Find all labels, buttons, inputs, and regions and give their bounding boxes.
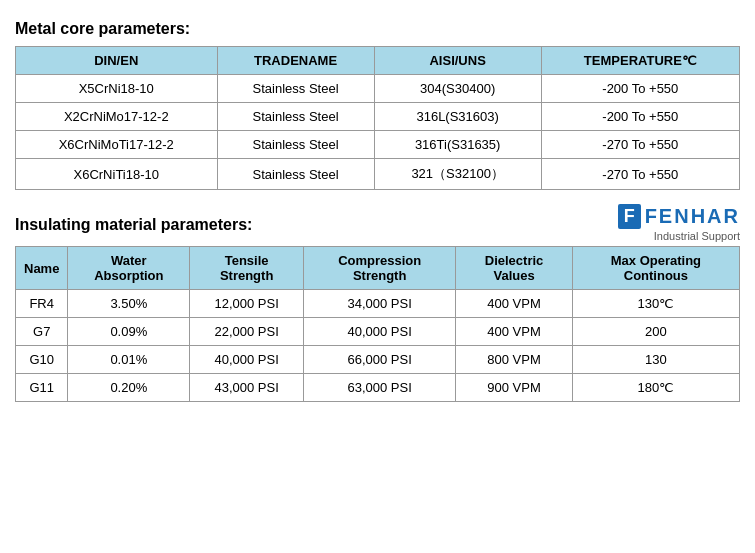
table-cell: 316Ti(S31635): [374, 131, 541, 159]
table-cell: 180℃: [572, 374, 739, 402]
logo-area: F FENHAR Industrial Support: [618, 204, 740, 242]
table-cell: 40,000 PSI: [190, 346, 304, 374]
table-cell: 400 VPM: [456, 318, 573, 346]
table-cell: 304(S30400): [374, 75, 541, 103]
metal-header-3: TEMPERATURE℃: [541, 47, 739, 75]
insulating-section-title: Insulating material parameters:: [15, 216, 252, 234]
table-cell: G11: [16, 374, 68, 402]
table-cell: 66,000 PSI: [304, 346, 456, 374]
table-cell: X6CrNiMoTi17-12-2: [16, 131, 218, 159]
table-cell: 321（S32100）: [374, 159, 541, 190]
logo-brand-name: FENHAR: [645, 205, 740, 228]
insulating-header-cell: Compression Strength: [304, 247, 456, 290]
table-row: X5CrNi18-10Stainless Steel304(S30400)-20…: [16, 75, 740, 103]
table-cell: Stainless Steel: [217, 131, 374, 159]
logo-subtitle: Industrial Support: [654, 230, 740, 242]
insulating-header-cell: Name: [16, 247, 68, 290]
table-cell: FR4: [16, 290, 68, 318]
table-row: X6CrNiMoTi17-12-2Stainless Steel316Ti(S3…: [16, 131, 740, 159]
metal-section-title: Metal core parameters:: [15, 20, 740, 38]
table-cell: Stainless Steel: [217, 159, 374, 190]
table-row: X6CrNiTi18-10Stainless Steel321（S32100）-…: [16, 159, 740, 190]
metal-header-1: TRADENAME: [217, 47, 374, 75]
metal-table: DIN/EN TRADENAME AISI/UNS TEMPERATURE℃ X…: [15, 46, 740, 190]
insulating-section: Insulating material parameters: F FENHAR…: [15, 204, 740, 402]
table-cell: X6CrNiTi18-10: [16, 159, 218, 190]
table-cell: -200 To +550: [541, 75, 739, 103]
table-cell: Stainless Steel: [217, 103, 374, 131]
table-cell: 0.01%: [68, 346, 190, 374]
table-row: FR43.50%12,000 PSI34,000 PSI400 VPM130℃: [16, 290, 740, 318]
table-cell: 130: [572, 346, 739, 374]
insulating-header-cell: Max Operating Continous: [572, 247, 739, 290]
table-cell: 316L(S31603): [374, 103, 541, 131]
insulating-table: NameWater AbsorptionTensile StrengthComp…: [15, 246, 740, 402]
table-cell: 43,000 PSI: [190, 374, 304, 402]
metal-header-0: DIN/EN: [16, 47, 218, 75]
metal-header-2: AISI/UNS: [374, 47, 541, 75]
table-row: G100.01%40,000 PSI66,000 PSI800 VPM130: [16, 346, 740, 374]
metal-section: Metal core parameters: DIN/EN TRADENAME …: [15, 20, 740, 190]
table-cell: 34,000 PSI: [304, 290, 456, 318]
table-cell: X5CrNi18-10: [16, 75, 218, 103]
table-cell: 800 VPM: [456, 346, 573, 374]
table-cell: 200: [572, 318, 739, 346]
table-row: G110.20%43,000 PSI63,000 PSI900 VPM180℃: [16, 374, 740, 402]
table-cell: -270 To +550: [541, 159, 739, 190]
table-cell: 900 VPM: [456, 374, 573, 402]
table-cell: 22,000 PSI: [190, 318, 304, 346]
table-cell: 3.50%: [68, 290, 190, 318]
table-cell: -200 To +550: [541, 103, 739, 131]
table-cell: X2CrNiMo17-12-2: [16, 103, 218, 131]
table-row: G70.09%22,000 PSI40,000 PSI400 VPM200: [16, 318, 740, 346]
table-cell: 130℃: [572, 290, 739, 318]
table-cell: Stainless Steel: [217, 75, 374, 103]
table-cell: 12,000 PSI: [190, 290, 304, 318]
table-cell: 0.20%: [68, 374, 190, 402]
insulating-header-cell: Tensile Strength: [190, 247, 304, 290]
table-cell: G10: [16, 346, 68, 374]
table-cell: 400 VPM: [456, 290, 573, 318]
table-cell: -270 To +550: [541, 131, 739, 159]
table-cell: 40,000 PSI: [304, 318, 456, 346]
insulating-header-cell: Dielectric Values: [456, 247, 573, 290]
table-cell: G7: [16, 318, 68, 346]
table-cell: 0.09%: [68, 318, 190, 346]
insulating-header-cell: Water Absorption: [68, 247, 190, 290]
table-cell: 63,000 PSI: [304, 374, 456, 402]
table-row: X2CrNiMo17-12-2Stainless Steel316L(S3160…: [16, 103, 740, 131]
logo-f-letter: F: [618, 204, 641, 229]
